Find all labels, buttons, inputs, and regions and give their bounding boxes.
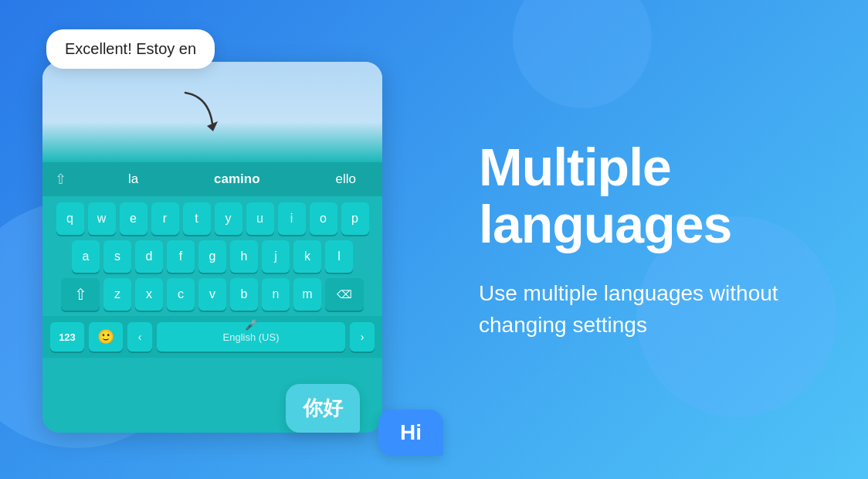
title-line-1: Multiple [479, 138, 822, 196]
suggestion-ello[interactable]: ello [322, 172, 370, 187]
main-title: Multiple languages [479, 138, 822, 254]
key-a[interactable]: a [72, 240, 100, 273]
mic-icon: 🎤 [245, 319, 257, 331]
left-panel: Excellent! Estoy en ⇧ la camino ello [0, 0, 448, 479]
key-t[interactable]: t [183, 202, 211, 235]
keyboard-body: q w e r t y u i o p a s d f g [42, 196, 382, 311]
key-u[interactable]: u [246, 202, 274, 235]
spacebar-label: English (US) [223, 331, 280, 343]
key-v[interactable]: v [198, 278, 226, 311]
speech-bubble: Excellent! Estoy en [46, 29, 215, 69]
key-c[interactable]: c [167, 278, 195, 311]
key-shift[interactable]: ⇧ [61, 278, 100, 311]
bubble-arrow [178, 89, 224, 134]
key-arrow-right[interactable]: › [350, 322, 375, 352]
key-q[interactable]: q [56, 202, 84, 235]
key-emoji[interactable]: 🙂 [89, 322, 123, 352]
key-n[interactable]: n [262, 278, 290, 311]
speech-bubble-text: Excellent! Estoy en [65, 40, 196, 57]
key-d[interactable]: d [135, 240, 163, 273]
subtitle-text: Use multiple languages without changing … [479, 278, 822, 341]
subtitle-content: Use multiple languages without changing … [479, 281, 778, 337]
chat-bubble-english: Hi [378, 409, 443, 456]
key-m[interactable]: m [293, 278, 321, 311]
shift-icon: ⇧ [55, 171, 66, 188]
key-j[interactable]: j [262, 240, 290, 273]
key-w[interactable]: w [88, 202, 116, 235]
key-z[interactable]: z [103, 278, 131, 311]
key-y[interactable]: y [215, 202, 242, 235]
key-row-3: ⇧ z x c v b n m ⌫ [50, 278, 375, 311]
suggestion-la[interactable]: la [114, 172, 152, 187]
main-container: Excellent! Estoy en ⇧ la camino ello [0, 0, 868, 479]
suggestion-bar: ⇧ la camino ello [42, 162, 382, 196]
key-x[interactable]: x [135, 278, 163, 311]
keyboard-bottom-bar: 123 🙂 ‹ 🎤 English (US) › [42, 316, 382, 358]
key-h[interactable]: h [230, 240, 258, 273]
key-row-1: q w e r t y u i o p [50, 202, 375, 235]
key-b[interactable]: b [230, 278, 258, 311]
key-o[interactable]: o [310, 202, 337, 235]
key-row-2: a s d f g h j k l [50, 240, 375, 273]
key-backspace[interactable]: ⌫ [325, 278, 364, 311]
key-spacebar[interactable]: 🎤 English (US) [157, 322, 345, 352]
key-arrow-left[interactable]: ‹ [127, 322, 152, 352]
chat-bubble-chinese: 你好 [286, 384, 360, 433]
key-123[interactable]: 123 [50, 322, 84, 352]
chinese-text: 你好 [303, 396, 343, 420]
title-line-2: languages [479, 195, 822, 253]
key-g[interactable]: g [198, 240, 226, 273]
key-s[interactable]: s [103, 240, 131, 273]
right-panel: Multiple languages Use multiple language… [448, 92, 868, 388]
key-r[interactable]: r [151, 202, 179, 235]
key-i[interactable]: i [278, 202, 306, 235]
key-p[interactable]: p [341, 202, 369, 235]
hi-text: Hi [400, 420, 422, 444]
suggestion-camino[interactable]: camino [200, 172, 274, 187]
key-k[interactable]: k [293, 240, 321, 273]
key-e[interactable]: e [120, 202, 147, 235]
key-l[interactable]: l [325, 240, 353, 273]
key-f[interactable]: f [167, 240, 195, 273]
